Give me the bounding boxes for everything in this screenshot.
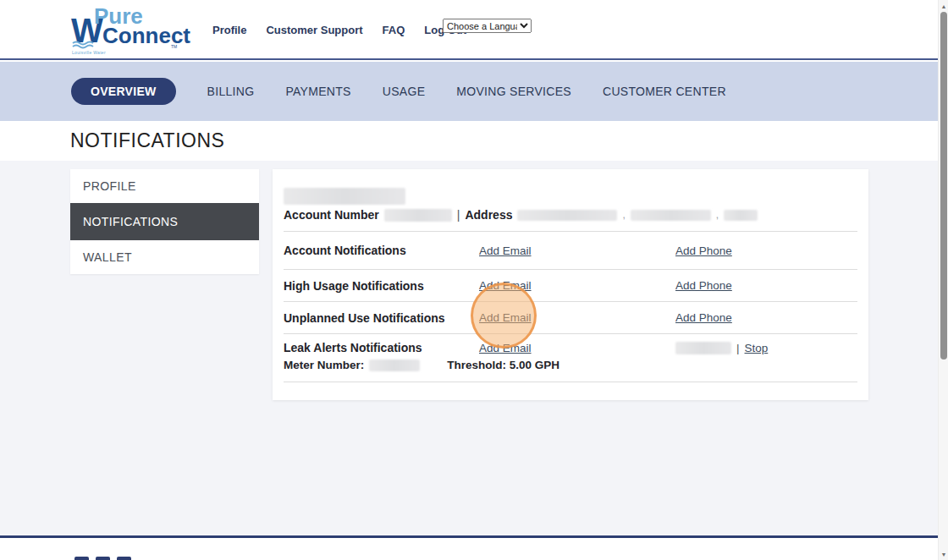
row-label: High Usage Notifications: [284, 279, 479, 293]
redacted-meter-number: [369, 360, 420, 371]
scrollbar-thumb[interactable]: [940, 12, 947, 360]
meter-line: Meter Number: Threshold: 5.00 GPH: [284, 359, 857, 371]
row-leak-alerts-notifications: Leak Alerts Notifications Add Email | St…: [284, 333, 857, 382]
row-label: Unplanned Use Notifications: [284, 311, 479, 325]
account-info-line: Account Number | Address , ,: [284, 208, 758, 222]
add-email-link-high-usage[interactable]: Add Email: [479, 279, 675, 292]
logo-connect-text: Connect: [102, 25, 190, 47]
social-icon-1[interactable]: [74, 557, 89, 560]
nav-tab-moving-services[interactable]: MOVING SERVICES: [456, 85, 571, 98]
page-footer: [0, 535, 938, 560]
header-link-customer-support[interactable]: Customer Support: [266, 24, 362, 36]
page-title: NOTIFICATIONS: [70, 129, 224, 152]
language-select[interactable]: Choose a Language: [443, 19, 532, 33]
add-phone-link-high-usage[interactable]: Add Phone: [675, 279, 857, 292]
redacted-address-zip: [724, 210, 758, 221]
row-label: Account Notifications: [284, 244, 479, 257]
account-number-label: Account Number: [284, 208, 379, 222]
row-label: Leak Alerts Notifications: [284, 341, 479, 354]
sidebar-item-profile[interactable]: PROFILE: [70, 169, 259, 203]
sidebar-item-notifications[interactable]: NOTIFICATIONS: [70, 203, 259, 240]
redacted-account-name: [284, 188, 405, 205]
leak-alerts-top-line: Leak Alerts Notifications Add Email | St…: [284, 341, 857, 354]
header-link-profile[interactable]: Profile: [212, 24, 246, 36]
vertical-scrollbar[interactable]: ▲ ▼: [938, 0, 948, 560]
nav-tab-usage[interactable]: USAGE: [383, 85, 426, 98]
notification-rows: Account Notifications Add Email Add Phon…: [284, 231, 857, 382]
row-account-notifications: Account Notifications Add Email Add Phon…: [284, 231, 857, 269]
notifications-card: Account Number | Address , , Account Not…: [273, 169, 868, 400]
nav-tab-payments[interactable]: PAYMENTS: [285, 85, 350, 98]
sidebar-item-wallet[interactable]: WALLET: [70, 240, 259, 274]
main-nav-bar: OVERVIEW BILLING PAYMENTS USAGE MOVING S…: [0, 62, 938, 121]
scrollbar-down-arrow-icon[interactable]: ▼: [939, 549, 948, 559]
social-icon-2[interactable]: [96, 557, 110, 560]
redacted-address-city: [631, 210, 711, 221]
header-nav: Profile Customer Support FAQ Log Out: [212, 24, 466, 36]
address-comma-1: ,: [622, 209, 625, 221]
top-header: W Pure Connect TM Louisville Water Profi…: [0, 0, 938, 60]
address-label: Address: [465, 208, 512, 222]
add-phone-link-account[interactable]: Add Phone: [675, 244, 857, 257]
logo-tagline: Louisville Water: [72, 50, 106, 55]
stop-separator: |: [736, 342, 740, 354]
pureconnect-portal: W Pure Connect TM Louisville Water Profi…: [0, 0, 948, 560]
nav-tab-overview[interactable]: OVERVIEW: [71, 78, 176, 105]
pureconnect-logo[interactable]: W Pure Connect TM Louisville Water: [71, 8, 181, 56]
add-email-link-leak-alerts[interactable]: Add Email: [479, 342, 675, 354]
title-bar: NOTIFICATIONS: [0, 121, 938, 161]
row-high-usage-notifications: High Usage Notifications Add Email Add P…: [284, 269, 857, 301]
meter-number-label: Meter Number:: [284, 359, 364, 371]
account-address-separator: |: [457, 208, 460, 222]
redacted-address-street: [517, 210, 617, 221]
nav-tab-billing[interactable]: BILLING: [207, 85, 255, 98]
row-unplanned-use-notifications: Unplanned Use Notifications Add Email Ad…: [284, 301, 857, 333]
scrollbar-up-arrow-icon[interactable]: ▲: [939, 1, 948, 11]
add-email-link-unplanned-use[interactable]: Add Email: [479, 311, 675, 324]
nav-tab-customer-center[interactable]: CUSTOMER CENTER: [603, 85, 726, 98]
social-icons-row: [74, 557, 131, 560]
threshold-value: Threshold: 5.00 GPH: [447, 359, 559, 371]
stop-link-leak-alerts[interactable]: Stop: [745, 342, 769, 354]
account-sidebar: PROFILE NOTIFICATIONS WALLET: [70, 169, 259, 274]
logo-wave-icon: [72, 41, 97, 49]
redacted-leak-contact: [675, 342, 731, 354]
leak-alerts-contact: | Stop: [675, 342, 857, 354]
social-icon-3[interactable]: [117, 557, 131, 560]
add-phone-link-unplanned-use[interactable]: Add Phone: [675, 311, 857, 324]
logo-trademark: TM: [171, 44, 177, 49]
address-comma-2: ,: [716, 209, 719, 221]
redacted-account-number: [384, 209, 452, 222]
header-link-faq[interactable]: FAQ: [383, 24, 405, 36]
add-email-link-account[interactable]: Add Email: [479, 244, 675, 257]
